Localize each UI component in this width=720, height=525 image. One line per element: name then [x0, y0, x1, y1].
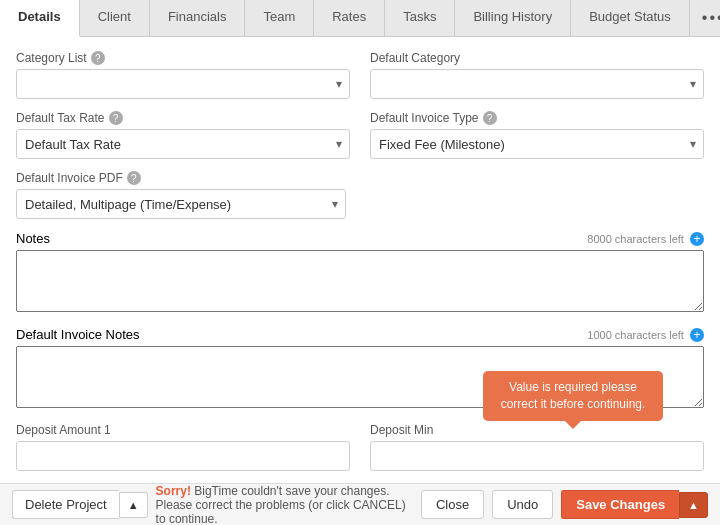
invoice-notes-char-count: 1000 characters left + [587, 328, 704, 342]
default-tax-rate-help-icon[interactable]: ? [109, 111, 123, 125]
save-changes-arrow-button[interactable]: ▲ [679, 492, 708, 518]
category-list-select-wrapper [16, 69, 350, 99]
notes-label-row: Notes 8000 characters left + [16, 231, 704, 246]
tab-tasks[interactable]: Tasks [385, 0, 455, 36]
row-tax-invoice: Default Tax Rate ? Default Tax Rate Defa… [16, 111, 704, 159]
tab-team[interactable]: Team [245, 0, 314, 36]
default-invoice-pdf-select-wrapper: Detailed, Multipage (Time/Expense) [16, 189, 346, 219]
default-category-select-wrapper [370, 69, 704, 99]
notes-label: Notes [16, 231, 50, 246]
tab-more[interactable]: ••• [690, 0, 720, 36]
default-invoice-type-select-wrapper: Fixed Fee (Milestone) [370, 129, 704, 159]
delete-btn-group: Delete Project ▲ [12, 490, 148, 519]
deposit-min-label: Deposit Min [370, 423, 704, 437]
group-default-invoice-type: Default Invoice Type ? Fixed Fee (Milest… [370, 111, 704, 159]
default-invoice-pdf-select[interactable]: Detailed, Multipage (Time/Expense) [16, 189, 346, 219]
save-btn-group: Save Changes ▲ [561, 490, 708, 519]
invoice-notes-label-row: Default Invoice Notes 1000 characters le… [16, 327, 704, 342]
tab-financials[interactable]: Financials [150, 0, 246, 36]
delete-project-arrow-button[interactable]: ▲ [119, 492, 148, 518]
category-list-help-icon[interactable]: ? [91, 51, 105, 65]
row-deposit: Deposit Amount 1 Deposit Min Value is re… [16, 423, 704, 471]
group-default-invoice-pdf: Default Invoice PDF ? Detailed, Multipag… [16, 171, 346, 219]
tab-rates[interactable]: Rates [314, 0, 385, 36]
invoice-notes-label: Default Invoice Notes [16, 327, 140, 342]
default-tax-rate-select-wrapper: Default Tax Rate [16, 129, 350, 159]
default-invoice-pdf-label: Default Invoice PDF ? [16, 171, 346, 185]
error-message-area: Sorry! BigTime couldn't save your change… [156, 484, 413, 526]
row-category: Category List ? Default Category [16, 51, 704, 99]
default-invoice-type-help-icon[interactable]: ? [483, 111, 497, 125]
deposit-min-input[interactable] [370, 441, 704, 471]
tabs-bar: Details Client Financials Team Rates Tas… [0, 0, 720, 37]
group-default-category: Default Category [370, 51, 704, 99]
group-notes: Notes 8000 characters left + [16, 231, 704, 315]
row-invoice-pdf: Default Invoice PDF ? Detailed, Multipag… [16, 171, 704, 219]
default-tax-rate-select[interactable]: Default Tax Rate [16, 129, 350, 159]
tab-billing-history[interactable]: Billing History [455, 0, 571, 36]
undo-button[interactable]: Undo [492, 490, 553, 519]
default-category-label: Default Category [370, 51, 704, 65]
default-category-select[interactable] [370, 69, 704, 99]
default-invoice-type-select[interactable]: Fixed Fee (Milestone) [370, 129, 704, 159]
notes-textarea[interactable] [16, 250, 704, 312]
save-changes-button[interactable]: Save Changes [561, 490, 679, 519]
error-sorry-label: Sorry! [156, 484, 191, 498]
deposit-amount-label: Deposit Amount 1 [16, 423, 350, 437]
group-default-tax-rate: Default Tax Rate ? Default Tax Rate [16, 111, 350, 159]
group-category-list: Category List ? [16, 51, 350, 99]
tab-budget-status[interactable]: Budget Status [571, 0, 690, 36]
invoice-notes-expand-icon[interactable]: + [690, 328, 704, 342]
error-detail-text: BigTime couldn't save your changes. Plea… [156, 484, 406, 526]
bottom-bar: Delete Project ▲ Sorry! BigTime couldn't… [0, 483, 720, 525]
default-invoice-pdf-help-icon[interactable]: ? [127, 171, 141, 185]
deposit-amount-input[interactable] [16, 441, 350, 471]
delete-project-button[interactable]: Delete Project [12, 490, 119, 519]
notes-char-count: 8000 characters left + [587, 232, 704, 246]
deposit-min-tooltip: Value is required please correct it befo… [483, 371, 663, 421]
tab-client[interactable]: Client [80, 0, 150, 36]
default-tax-rate-label: Default Tax Rate ? [16, 111, 350, 125]
tab-details[interactable]: Details [0, 0, 80, 37]
form-content: Category List ? Default Category Default… [0, 37, 720, 483]
category-list-select[interactable] [16, 69, 350, 99]
close-button[interactable]: Close [421, 490, 484, 519]
category-list-label: Category List ? [16, 51, 350, 65]
group-deposit-min: Deposit Min Value is required please cor… [370, 423, 704, 471]
default-invoice-type-label: Default Invoice Type ? [370, 111, 704, 125]
group-deposit-amount: Deposit Amount 1 [16, 423, 350, 471]
notes-expand-icon[interactable]: + [690, 232, 704, 246]
